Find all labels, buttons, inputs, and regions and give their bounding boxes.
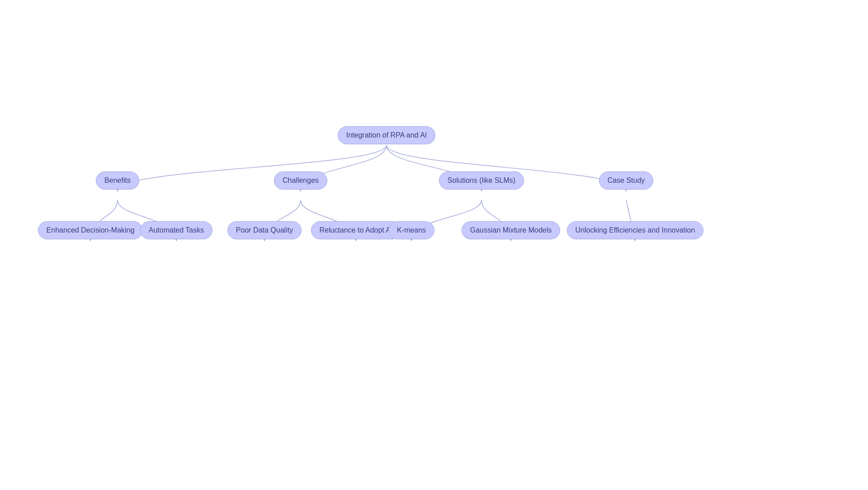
reluctance-node: Reluctance to Adopt AI [312,221,400,239]
root-node-label: Integration of RPA and AI [338,126,436,144]
root-node: Integration of RPA and AI [344,126,429,144]
challenges-node-label: Challenges [274,171,327,190]
poordata-node-label: Poor Data Quality [227,221,302,239]
kmeans-node: K-means [389,221,434,239]
automated-node: Automated Tasks [140,221,212,239]
gaussian-node: Gaussian Mixture Models [461,221,561,239]
benefits-node: Benefits [90,171,145,190]
casestudy-node: Case Study [597,171,656,190]
unlocking-node-label: Unlocking Efficiencies and Innovation [567,221,704,239]
solutions-node-label: Solutions (like SLMs) [439,171,524,190]
benefits-node-label: Benefits [96,171,139,190]
casestudy-node-label: Case Study [599,171,654,190]
gaussian-node-label: Gaussian Mixture Models [462,221,561,239]
enhanced-node-label: Enhanced Decision-Making [38,221,143,239]
kmeans-node-label: K-means [388,221,434,239]
automated-node-label: Automated Tasks [140,221,212,239]
unlocking-node: Unlocking Efficiencies and Innovation [565,221,705,239]
reluctance-node-label: Reluctance to Adopt AI [311,221,401,239]
poordata-node: Poor Data Quality [226,221,303,239]
challenges-node: Challenges [271,171,330,190]
enhanced-node: Enhanced Decision-Making [43,221,138,239]
solutions-node: Solutions (like SLMs) [439,171,524,190]
